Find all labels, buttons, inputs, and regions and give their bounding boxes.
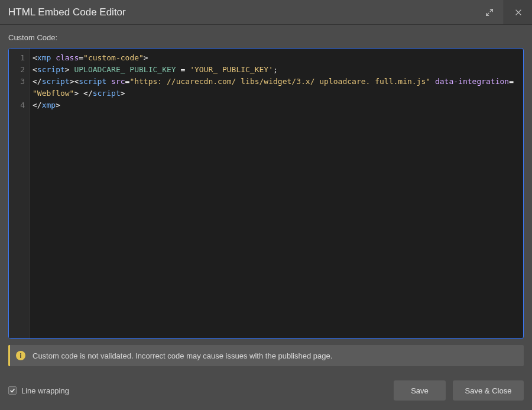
- warning-text: Custom code is not validated. Incorrect …: [33, 351, 332, 360]
- modal-footer: Line wrapping Save Save & Close: [0, 375, 532, 410]
- line-number: 1: [9, 52, 30, 64]
- save-and-close-button[interactable]: Save & Close: [453, 380, 524, 401]
- modal-title: HTML Embed Code Editor: [0, 0, 475, 24]
- info-icon: i: [16, 351, 25, 360]
- line-number-gutter: 123 4: [9, 49, 30, 338]
- line-number: 4: [9, 99, 30, 111]
- line-number: 2: [9, 64, 30, 76]
- footer-buttons: Save Save & Close: [394, 380, 524, 401]
- line-wrapping-option[interactable]: Line wrapping: [8, 386, 394, 395]
- code-line: <xmp class="custom-code">: [33, 52, 520, 64]
- code-line: </script><script src="https: //ucarecdn.…: [33, 76, 520, 99]
- line-wrapping-label: Line wrapping: [21, 386, 69, 395]
- line-wrapping-checkbox[interactable]: [8, 386, 17, 395]
- code-line: </xmp>: [33, 99, 520, 111]
- code-editor[interactable]: 123 4 <xmp class="custom-code"><script> …: [8, 48, 524, 339]
- checkmark-icon: [9, 388, 15, 393]
- expand-button[interactable]: [475, 0, 504, 24]
- header-actions: [475, 0, 532, 24]
- code-textarea[interactable]: <xmp class="custom-code"><script> UPLOAD…: [30, 49, 523, 338]
- close-button[interactable]: [504, 0, 532, 24]
- code-line: <script> UPLOADCARE_ PUBLIC_KEY = 'YOUR_…: [33, 64, 520, 76]
- save-button[interactable]: Save: [394, 380, 446, 401]
- line-number: [9, 88, 30, 99]
- modal-body: Custom Code: 123 4 <xmp class="custom-co…: [0, 25, 532, 375]
- close-icon: [514, 8, 523, 17]
- custom-code-label: Custom Code:: [8, 33, 524, 42]
- warning-bar: i Custom code is not validated. Incorrec…: [8, 345, 524, 366]
- line-number: 3: [9, 76, 30, 88]
- modal-header: HTML Embed Code Editor: [0, 0, 532, 25]
- html-embed-modal: HTML Embed Code Editor Custom Code: 123 …: [0, 0, 532, 410]
- expand-icon: [485, 8, 494, 17]
